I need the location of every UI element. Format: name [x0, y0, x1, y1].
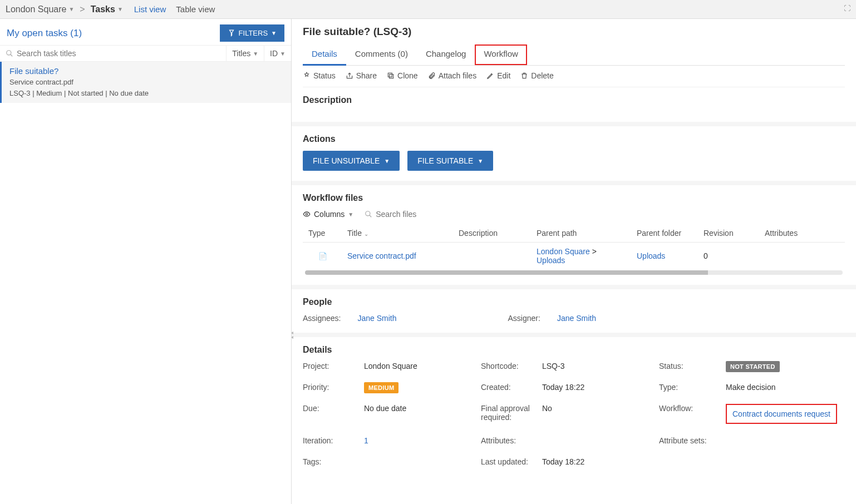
file-suitable-button[interactable]: FILE SUITABLE ▼	[407, 151, 493, 171]
columns-button[interactable]: Columns ▼	[303, 210, 353, 219]
iteration-link[interactable]: 1	[364, 436, 368, 445]
task-list-panel: My open tasks (1) FILTERS ▼ Titles ▼ ID …	[0, 19, 292, 504]
columns-label: Columns	[314, 210, 345, 219]
attribute-sets-label: Attribute sets:	[659, 436, 720, 445]
task-list-item[interactable]: File suitable? Service contract.pdf LSQ-…	[0, 62, 291, 103]
assigner-label: Assigner:	[508, 314, 540, 323]
edit-label: Edit	[497, 71, 510, 80]
iteration-label: Iteration:	[303, 436, 358, 445]
col-type[interactable]: Type	[303, 224, 342, 243]
col-parent-path[interactable]: Parent path	[531, 224, 631, 243]
description-heading: Description	[303, 95, 845, 105]
files-search-input[interactable]	[376, 210, 473, 219]
breadcrumb-section[interactable]: Tasks ▼	[91, 4, 123, 14]
share-label: Share	[356, 71, 377, 80]
workflow-files-table: Type Title ⌄ Description Parent path Par…	[303, 224, 845, 269]
assignees-link[interactable]: Jane Smith	[357, 314, 396, 323]
caret-down-icon: ⌄	[364, 231, 368, 237]
eye-icon	[303, 210, 311, 218]
attach-label: Attach files	[439, 71, 476, 80]
expand-icon[interactable]: ⛶	[844, 4, 850, 12]
task-list-title[interactable]: My open tasks (1)	[7, 28, 82, 39]
caret-down-icon: ▼	[384, 158, 390, 164]
file-unsuitable-button[interactable]: FILE UNSUITABLE ▼	[303, 151, 400, 171]
col-title-label: Title	[347, 229, 362, 238]
delete-button[interactable]: Delete	[520, 71, 553, 80]
status-label: Status	[313, 71, 336, 80]
caret-down-icon: ▼	[478, 158, 483, 164]
sort-titles-label: Titles	[232, 49, 250, 58]
file-title-link[interactable]: Service contract.pdf	[347, 251, 416, 260]
priority-badge: MEDIUM	[364, 382, 399, 393]
shortcode-value: LSQ-3	[542, 362, 653, 370]
final-approval-value: No	[542, 404, 653, 413]
assigner-link[interactable]: Jane Smith	[557, 314, 596, 323]
search-sort-row: Titles ▼ ID ▼	[0, 46, 291, 62]
parent-path-project-link[interactable]: London Square	[537, 247, 590, 256]
workflow-link[interactable]: Contract documents request	[732, 409, 830, 418]
share-icon	[346, 72, 353, 80]
revision-value: 0	[698, 243, 759, 270]
sort-titles[interactable]: Titles ▼	[226, 46, 264, 61]
attach-button[interactable]: Attach files	[428, 71, 476, 80]
edit-icon	[486, 72, 494, 80]
project-label: Project:	[303, 362, 358, 370]
table-row[interactable]: 📄 Service contract.pdf London Square > U…	[303, 243, 845, 270]
pdf-icon: 📄	[318, 252, 326, 261]
parent-path-folder-link[interactable]: Uploads	[537, 256, 565, 265]
task-item-title: File suitable?	[9, 66, 283, 76]
svg-line-1	[11, 55, 13, 57]
workflow-files-heading: Workflow files	[303, 193, 845, 203]
sort-id[interactable]: ID ▼	[264, 46, 291, 61]
priority-label: Priority:	[303, 383, 358, 392]
file-unsuitable-label: FILE UNSUITABLE	[313, 156, 380, 165]
files-search[interactable]	[365, 210, 473, 219]
svg-point-5	[366, 211, 370, 216]
caret-down-icon: ▼	[253, 51, 258, 57]
edit-button[interactable]: Edit	[486, 71, 510, 80]
col-title[interactable]: Title ⌄	[342, 224, 453, 243]
task-search-input[interactable]	[17, 49, 220, 58]
filters-button[interactable]: FILTERS ▼	[220, 24, 284, 42]
filters-button-label: FILTERS	[239, 29, 268, 37]
status-button[interactable]: Status	[303, 71, 336, 80]
delete-icon	[520, 72, 528, 80]
clone-button[interactable]: Clone	[387, 71, 418, 80]
col-revision[interactable]: Revision	[698, 224, 759, 243]
tab-changelog[interactable]: Changelog	[417, 45, 475, 65]
attach-icon	[428, 72, 436, 80]
created-value: Today 18:22	[542, 383, 653, 392]
tab-comments[interactable]: Comments (0)	[346, 45, 417, 65]
task-list-header: My open tasks (1) FILTERS ▼	[0, 19, 291, 46]
breadcrumb-project-label: London Square	[6, 4, 66, 14]
view-list[interactable]: List view	[134, 4, 166, 14]
attributes-label: Attributes:	[481, 436, 537, 445]
horizontal-scrollbar[interactable]	[305, 270, 843, 275]
svg-point-0	[7, 51, 11, 55]
parent-folder-link[interactable]: Uploads	[637, 251, 665, 260]
people-heading: People	[303, 297, 845, 307]
type-label: Type:	[659, 383, 720, 392]
panel-collapse-handle[interactable]: ◂◂	[292, 330, 293, 339]
svg-rect-3	[388, 73, 392, 77]
project-value: London Square	[364, 362, 475, 370]
col-description[interactable]: Description	[453, 224, 531, 243]
col-parent-folder[interactable]: Parent folder	[631, 224, 698, 243]
workflow-label: Workflow:	[659, 404, 720, 413]
details-heading: Details	[303, 345, 845, 355]
breadcrumb: London Square ▼ > Tasks ▼	[6, 4, 123, 14]
breadcrumb-separator: >	[80, 4, 85, 14]
status-icon	[303, 72, 311, 80]
view-table[interactable]: Table view	[176, 4, 215, 14]
due-value: No due date	[364, 404, 475, 413]
col-attributes[interactable]: Attributes	[759, 224, 845, 243]
actions-heading: Actions	[303, 134, 845, 144]
share-button[interactable]: Share	[346, 71, 377, 80]
breadcrumb-project[interactable]: London Square ▼	[6, 4, 74, 14]
created-label: Created:	[481, 383, 537, 392]
status-label: Status:	[659, 362, 720, 370]
tab-workflow[interactable]: Workflow	[475, 45, 527, 65]
tab-details[interactable]: Details	[303, 45, 346, 66]
file-suitable-label: FILE SUITABLE	[417, 156, 473, 165]
task-search[interactable]	[0, 46, 226, 61]
